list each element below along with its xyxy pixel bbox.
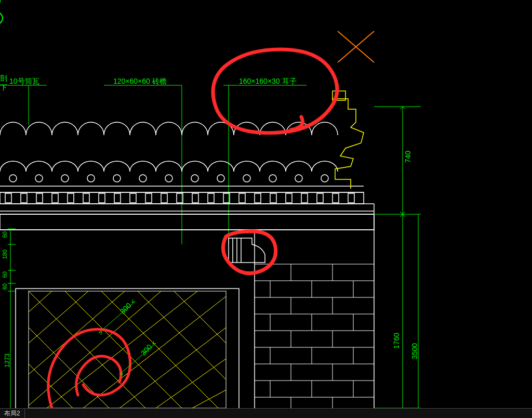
dim-3500: 3500: [410, 343, 419, 359]
svg-line-97: [83, 296, 226, 408]
svg-point-15: [165, 175, 172, 182]
dim-left: [8, 229, 16, 408]
tab-layout2[interactable]: 布局2: [0, 409, 25, 419]
svg-rect-43: [286, 193, 292, 203]
dim-right: [374, 107, 421, 408]
svg-line-93: [29, 291, 88, 343]
svg-rect-34: [145, 193, 152, 203]
svg-rect-27: [36, 193, 43, 203]
svg-point-9: [9, 175, 17, 182]
svg-rect-44: [301, 193, 308, 203]
svg-rect-41: [255, 193, 261, 203]
svg-rect-25: [5, 193, 11, 203]
svg-rect-46: [332, 193, 339, 203]
brick-pier: [255, 264, 374, 408]
tab-bar: 布局2: [0, 408, 532, 418]
svg-line-94: [29, 291, 125, 374]
corner-mark: [0, 0, 3, 23]
svg-rect-26: [21, 193, 27, 203]
svg-point-12: [87, 175, 95, 182]
svg-point-14: [139, 175, 147, 182]
label-tile: 10号筒瓦: [9, 77, 39, 86]
svg-line-99: [156, 359, 226, 408]
svg-rect-52: [0, 214, 374, 230]
ridge-ornament: [332, 91, 364, 189]
svg-rect-35: [161, 193, 167, 203]
label-left-a: 剖: [0, 74, 7, 83]
roof-tiles: [0, 122, 374, 214]
svg-rect-45: [317, 193, 323, 203]
dim-60a: 60: [2, 231, 8, 238]
svg-point-19: [269, 175, 276, 182]
svg-rect-37: [192, 193, 198, 203]
svg-line-92: [29, 291, 52, 312]
svg-rect-31: [99, 193, 105, 203]
dim-1760: 1760: [392, 333, 401, 349]
svg-rect-33: [130, 193, 136, 203]
crosshair-icon: [338, 31, 374, 62]
svg-point-20: [295, 175, 302, 182]
svg-rect-32: [114, 193, 121, 203]
dim-60c: 60: [2, 283, 8, 290]
svg-point-11: [61, 175, 69, 182]
wall-band: [0, 204, 374, 408]
svg-point-13: [113, 175, 121, 182]
label-left-b: 下: [0, 83, 7, 93]
dim-180: 180: [2, 250, 8, 259]
dim-740: 740: [404, 151, 412, 163]
svg-rect-29: [68, 193, 74, 203]
svg-point-16: [191, 175, 198, 182]
svg-rect-28: [52, 193, 58, 203]
svg-line-104: [138, 291, 226, 380]
label-ear: 160×160×30 耳子: [239, 77, 297, 86]
svg-rect-38: [208, 193, 214, 203]
drawing-svg: [0, 0, 532, 418]
svg-point-10: [35, 175, 43, 182]
dim-60b: 60: [2, 271, 8, 278]
svg-point-18: [243, 175, 250, 182]
svg-rect-40: [239, 193, 245, 203]
cad-canvas[interactable]: 剖 下 10号筒瓦 120×60×60 砖檐 160×160×30 耳子 740…: [0, 0, 532, 418]
label-brick-eave: 120×60×60 砖檐: [113, 77, 167, 86]
svg-rect-47: [348, 193, 354, 203]
dim-1273: 1273: [4, 354, 11, 368]
svg-rect-30: [83, 193, 89, 203]
svg-point-17: [217, 175, 224, 182]
svg-point-21: [321, 175, 328, 182]
svg-rect-42: [270, 193, 276, 203]
